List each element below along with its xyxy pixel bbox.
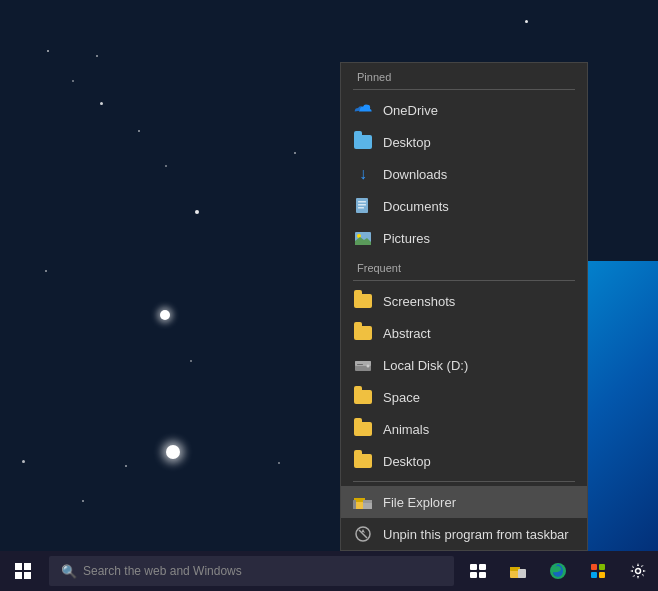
star [125,465,127,467]
pictures-icon [353,228,373,248]
settings-taskbar[interactable] [618,551,658,591]
svg-point-8 [367,365,370,368]
desktop-freq-label: Desktop [383,454,431,469]
file-explorer-taskbar[interactable] [498,551,538,591]
windows-logo-icon [15,563,31,579]
star [72,80,74,82]
svg-rect-17 [470,564,477,570]
documents-label: Documents [383,199,449,214]
star [100,102,103,105]
bottom-divider [353,481,575,482]
file-explorer-label: File Explorer [383,495,456,510]
jump-item-file-explorer[interactable]: File Explorer [341,486,587,518]
svg-rect-28 [599,572,605,578]
star [22,460,25,463]
svg-point-29 [636,569,641,574]
localdisk-label: Local Disk (D:) [383,358,468,373]
abstract-icon [353,323,373,343]
frequent-label: Frequent [341,254,587,278]
star [138,130,140,132]
svg-rect-12 [353,500,356,509]
animals-label: Animals [383,422,429,437]
svg-rect-18 [479,564,486,570]
svg-rect-2 [358,204,366,206]
jump-item-localdisk[interactable]: Local Disk (D:) [341,349,587,381]
task-view-button[interactable] [458,551,498,591]
jump-item-desktop-frequent[interactable]: Desktop [341,445,587,477]
jump-list: Pinned OneDrive Desktop ↓ Downloads [340,62,588,551]
settings-icon [629,562,647,580]
search-icon: 🔍 [61,564,77,579]
taskbar: 🔍 Search the web and Windows [0,551,658,591]
jump-item-pictures[interactable]: Pictures [341,222,587,254]
svg-rect-25 [591,564,597,570]
edge-browser-taskbar[interactable] [538,551,578,591]
svg-rect-19 [470,572,477,578]
svg-rect-27 [591,572,597,578]
svg-rect-20 [479,572,486,578]
onedrive-icon [353,100,373,120]
localdisk-icon [353,355,373,375]
space-label: Space [383,390,420,405]
svg-rect-23 [518,569,526,578]
pictures-label: Pictures [383,231,430,246]
jump-item-space[interactable]: Space [341,381,587,413]
svg-rect-9 [357,364,363,365]
star [45,270,47,272]
store-taskbar[interactable] [578,551,618,591]
star [82,500,84,502]
desktop-folder-icon [353,132,373,152]
star [160,310,170,320]
jump-item-animals[interactable]: Animals [341,413,587,445]
svg-rect-14 [363,500,372,503]
star [525,20,528,23]
svg-rect-26 [599,564,605,570]
store-icon [589,562,607,580]
star [190,360,192,362]
jump-item-abstract[interactable]: Abstract [341,317,587,349]
star [47,50,49,52]
jump-item-unpin[interactable]: Unpin this program from taskbar [341,518,587,550]
pinned-label: Pinned [341,63,587,87]
desktop-freq-icon [353,451,373,471]
start-button[interactable] [0,551,45,591]
file-explorer-taskbar-icon [509,563,527,579]
jump-item-screenshots[interactable]: Screenshots [341,285,587,317]
jump-item-documents[interactable]: Documents [341,190,587,222]
search-placeholder: Search the web and Windows [83,564,242,578]
file-explorer-icon [353,492,373,512]
svg-rect-3 [358,207,364,209]
pinned-divider [353,89,575,90]
unpin-icon [353,524,373,544]
screenshots-icon [353,291,373,311]
star [278,462,280,464]
space-icon [353,387,373,407]
star [96,55,98,57]
abstract-label: Abstract [383,326,431,341]
onedrive-label: OneDrive [383,103,438,118]
unpin-label: Unpin this program from taskbar [383,527,569,542]
desktop-pinned-label: Desktop [383,135,431,150]
downloads-label: Downloads [383,167,447,182]
star [165,165,167,167]
downloads-icon: ↓ [353,164,373,184]
screenshots-label: Screenshots [383,294,455,309]
documents-icon [353,196,373,216]
jump-item-onedrive[interactable]: OneDrive [341,94,587,126]
edge-icon [549,562,567,580]
star [195,210,199,214]
svg-rect-1 [358,201,366,203]
frequent-divider [353,280,575,281]
search-input[interactable]: 🔍 Search the web and Windows [49,556,454,586]
jump-item-downloads[interactable]: ↓ Downloads [341,158,587,190]
animals-icon [353,419,373,439]
star [294,152,296,154]
task-view-icon [470,564,486,578]
star [166,445,180,459]
jump-item-desktop-pinned[interactable]: Desktop [341,126,587,158]
